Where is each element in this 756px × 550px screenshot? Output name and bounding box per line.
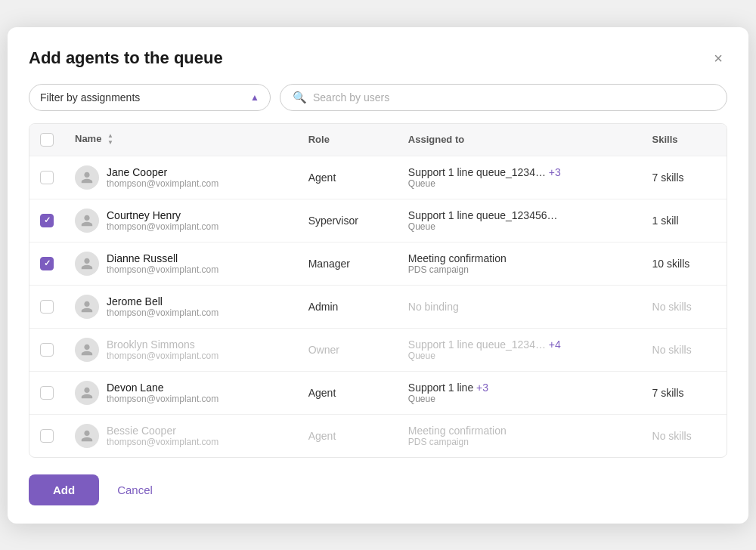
- assigned-secondary: PDS campaign: [408, 264, 631, 275]
- header-name: Name ▲▼: [64, 124, 298, 156]
- assigned-primary: No binding: [408, 301, 631, 313]
- agent-name: Jane Cooper: [107, 166, 218, 178]
- name-info: Jane Cooperthompson@voximplant.com: [107, 166, 218, 189]
- avatar: [75, 252, 99, 276]
- assigned-primary: Support 1 line +3: [408, 382, 631, 394]
- assigned-cell: Meeting confirmationPDS campaign: [408, 252, 631, 275]
- agent-email: thompson@voximplant.com: [107, 221, 218, 232]
- avatar: [75, 165, 99, 190]
- agent-role: Agent: [308, 171, 336, 184]
- modal-title: Add agents to the queue: [29, 48, 223, 68]
- row-checkbox[interactable]: [40, 257, 54, 270]
- agents-table: Name ▲▼ Role Assigned to Skills Jane Coo…: [29, 123, 727, 458]
- name-info: Bessie Cooperthompson@voximplant.com: [107, 425, 218, 447]
- assigned-secondary: Queue: [408, 351, 631, 361]
- assigned-cell: Support 1 line queue_123456…Queue: [408, 209, 631, 232]
- avatar: [75, 381, 99, 405]
- agent-name: Dianne Russell: [107, 252, 218, 264]
- table-row: Courtney Henrythompson@voximplant.comSyp…: [29, 199, 727, 242]
- avatar: [75, 295, 99, 319]
- row-checkbox[interactable]: [40, 386, 54, 400]
- agent-role: Agent: [308, 387, 336, 399]
- assigned-cell: Support 1 line queue_1234… +4Queue: [408, 338, 631, 361]
- search-icon: 🔍: [293, 91, 307, 104]
- agent-name: Brooklyn Simmons: [107, 338, 218, 351]
- table-row: Brooklyn Simmonsthompson@voximplant.comO…: [29, 328, 727, 371]
- add-button[interactable]: Add: [29, 474, 99, 505]
- dropdown-arrow-icon: ▲: [250, 92, 259, 103]
- row-checkbox[interactable]: [40, 171, 54, 184]
- row-checkbox[interactable]: [40, 214, 54, 227]
- agent-name: Jerome Bell: [107, 295, 218, 307]
- agent-email: thompson@voximplant.com: [107, 264, 218, 275]
- row-checkbox[interactable]: [40, 429, 54, 443]
- assigned-secondary: Queue: [408, 221, 631, 232]
- agent-role: Manager: [308, 258, 350, 270]
- assigned-primary: Support 1 line queue_123456…: [408, 209, 631, 221]
- search-box: 🔍: [280, 84, 727, 111]
- assigned-badge: +3: [473, 382, 488, 394]
- assigned-cell: Support 1 line queue_1234… +3Queue: [408, 166, 631, 189]
- assigned-secondary: Queue: [408, 394, 631, 404]
- modal-container: Add agents to the queue × Filter by assi…: [8, 27, 748, 524]
- agent-skills: No skills: [652, 430, 692, 442]
- select-all-checkbox[interactable]: [40, 133, 54, 147]
- table-row: Dianne Russellthompson@voximplant.comMan…: [29, 242, 727, 285]
- name-info: Dianne Russellthompson@voximplant.com: [107, 252, 218, 275]
- agent-role: Sypervisor: [308, 215, 358, 227]
- table-row: Devon Lanethompson@voximplant.comAgentSu…: [29, 371, 727, 414]
- header-assigned: Assigned to: [398, 124, 642, 156]
- agent-name: Bessie Cooper: [107, 425, 218, 437]
- close-button[interactable]: ×: [709, 48, 727, 69]
- assigned-cell: Support 1 line +3Queue: [408, 382, 631, 404]
- assigned-cell: Meeting confirmationPDS campaign: [408, 425, 631, 447]
- table-row: Jane Cooperthompson@voximplant.comAgentS…: [29, 156, 727, 199]
- name-info: Brooklyn Simmonsthompson@voximplant.com: [107, 338, 218, 361]
- assigned-primary: Support 1 line queue_1234… +3: [408, 166, 631, 178]
- agent-skills: 1 skill: [652, 215, 679, 227]
- agent-name: Courtney Henry: [107, 209, 218, 221]
- assigned-secondary: PDS campaign: [408, 437, 631, 447]
- table-header-row: Name ▲▼ Role Assigned to Skills: [29, 124, 727, 156]
- table-row: Jerome Bellthompson@voximplant.comAdminN…: [29, 285, 727, 328]
- avatar: [75, 424, 99, 448]
- header-skills: Skills: [642, 124, 727, 156]
- filter-label: Filter by assignments: [40, 91, 140, 104]
- row-checkbox[interactable]: [40, 343, 54, 357]
- filters-row: Filter by assignments ▲ 🔍: [29, 84, 727, 111]
- header-checkbox-cell: [29, 124, 64, 156]
- name-info: Courtney Henrythompson@voximplant.com: [107, 209, 218, 232]
- name-sort-icon[interactable]: ▲▼: [107, 133, 113, 146]
- assigned-primary: Meeting confirmation: [408, 425, 631, 437]
- assigned-badge: +3: [546, 166, 561, 178]
- assigned-primary: Support 1 line queue_1234… +4: [408, 338, 631, 351]
- agent-email: thompson@voximplant.com: [107, 307, 218, 318]
- agent-role: Owner: [308, 344, 339, 356]
- agent-skills: No skills: [652, 301, 692, 313]
- modal-footer: Add Cancel: [29, 474, 727, 505]
- table-row: Bessie Cooperthompson@voximplant.comAgen…: [29, 414, 727, 457]
- agent-email: thompson@voximplant.com: [107, 351, 218, 361]
- agent-email: thompson@voximplant.com: [107, 394, 218, 404]
- agent-skills: 7 skills: [652, 171, 684, 184]
- avatar: [75, 338, 99, 362]
- avatar: [75, 209, 99, 233]
- row-checkbox[interactable]: [40, 300, 54, 314]
- search-input[interactable]: [313, 91, 714, 104]
- assigned-secondary: Queue: [408, 178, 631, 189]
- header-role: Role: [298, 124, 398, 156]
- name-info: Jerome Bellthompson@voximplant.com: [107, 295, 218, 318]
- agent-skills: No skills: [652, 344, 692, 356]
- assigned-cell: No binding: [408, 301, 631, 313]
- agent-role: Agent: [308, 430, 336, 442]
- agent-role: Admin: [308, 301, 339, 313]
- agent-skills: 10 skills: [652, 258, 690, 270]
- assigned-badge: +4: [546, 338, 561, 351]
- agent-email: thompson@voximplant.com: [107, 178, 218, 189]
- agent-email: thompson@voximplant.com: [107, 437, 218, 447]
- assigned-primary: Meeting confirmation: [408, 252, 631, 264]
- agent-name: Devon Lane: [107, 382, 218, 394]
- cancel-button[interactable]: Cancel: [111, 474, 159, 505]
- modal-header: Add agents to the queue ×: [29, 48, 727, 69]
- filter-dropdown[interactable]: Filter by assignments ▲: [29, 84, 271, 111]
